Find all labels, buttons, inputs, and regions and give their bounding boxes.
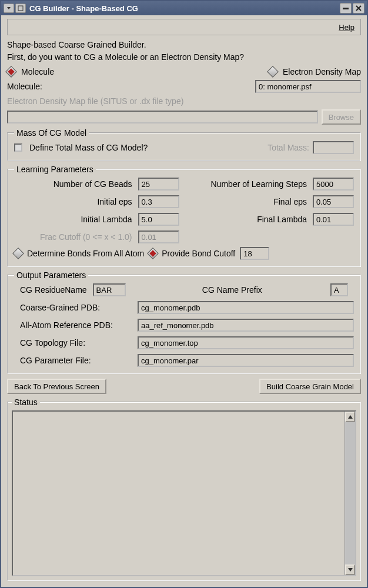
radio-edm-label: Electron Density Map: [283, 67, 361, 76]
num-beads-label: Number of CG Beads: [14, 179, 132, 189]
num-steps-input[interactable]: [313, 178, 354, 191]
browse-button: Browse: [322, 109, 361, 125]
minimize-button[interactable]: [340, 3, 352, 14]
edm-file-row: Browse: [7, 109, 361, 125]
bond-mode-row: Determine Bonds From All Atom Provide Bo…: [14, 247, 354, 260]
scroll-down-button[interactable]: [345, 564, 355, 575]
source-type-row: Molecule Electron Density Map: [7, 67, 361, 76]
client-area: Help Shape-based Coarse Grained Builder.…: [1, 15, 367, 587]
name-prefix-input[interactable]: [330, 283, 348, 296]
residue-name-label: CG ResidueName: [14, 285, 87, 295]
radio-bonds-cutoff[interactable]: [147, 248, 159, 259]
cg-pdb-input[interactable]: [138, 301, 354, 314]
radio-bonds-allatom-label: Determine Bonds From All Atom: [27, 249, 144, 258]
total-mass-label: Total Mass:: [267, 143, 309, 152]
molecule-row: Molecule:: [7, 80, 361, 93]
app-icon: [15, 4, 26, 13]
cg-par-input[interactable]: [138, 354, 354, 367]
mass-legend: Mass Of CG Model: [14, 128, 89, 138]
frac-cutoff-input: [138, 230, 179, 243]
initial-eps-label: Initial eps: [14, 197, 132, 206]
final-lambda-input[interactable]: [313, 213, 354, 226]
mass-fieldset: Mass Of CG Model Define Total Mass of CG…: [7, 128, 361, 161]
radio-edm[interactable]: [267, 66, 279, 78]
close-button[interactable]: [353, 3, 364, 14]
molecule-input[interactable]: [255, 80, 361, 93]
learning-fieldset: Learning Parameters Number of CG Beads N…: [7, 165, 361, 267]
molecule-label: Molecule:: [7, 82, 42, 91]
initial-eps-input[interactable]: [138, 195, 179, 208]
status-legend: Status: [12, 397, 40, 407]
radio-molecule-label: Molecule: [21, 67, 54, 76]
final-eps-label: Final eps: [185, 197, 307, 206]
scroll-track[interactable]: [345, 422, 355, 564]
window-title: CG Builder - Shape-Based CG: [29, 4, 138, 13]
cg-pdb-label: Coarse-Grained PDB:: [14, 303, 132, 312]
initial-lambda-input[interactable]: [138, 213, 179, 226]
radio-molecule[interactable]: [5, 66, 17, 78]
svg-rect-0: [18, 6, 23, 11]
edm-file-label: Electron Density Map file (SITUS or .dx …: [7, 96, 361, 106]
intro-line-1: Shape-based Coarse Grained Builder.: [7, 39, 361, 51]
intro-line-2: First, do you want to CG a Molecule or a…: [7, 51, 361, 64]
titlebar[interactable]: CG Builder - Shape-Based CG: [1, 1, 367, 15]
help-button[interactable]: Help: [336, 22, 357, 33]
name-prefix-label: CG Name Prefix: [134, 285, 324, 295]
aa-ref-label: All-Atom Reference PDB:: [14, 320, 132, 330]
back-button[interactable]: Back To Previous Screen: [7, 379, 106, 394]
edm-file-input: [7, 111, 318, 123]
output-fieldset: Output Parameters CG ResidueName CG Name…: [7, 270, 361, 374]
cg-par-label: CG Parameter File:: [14, 356, 132, 365]
residue-name-input[interactable]: [93, 283, 126, 296]
intro-text: Shape-based Coarse Grained Builder. Firs…: [7, 39, 361, 64]
cg-top-input[interactable]: [138, 336, 354, 349]
main-window: CG Builder - Shape-Based CG Help Shape-b…: [0, 0, 368, 588]
define-mass-label: Define Total Mass of CG Model?: [29, 143, 148, 152]
radio-bonds-cutoff-label: Provide Bond Cutoff: [162, 249, 235, 258]
learning-legend: Learning Parameters: [14, 165, 96, 174]
frac-cutoff-label: Frac Cutoff (0 <= x < 1.0): [14, 232, 132, 242]
aa-ref-input[interactable]: [138, 319, 354, 332]
num-beads-input[interactable]: [138, 178, 179, 191]
status-area: [12, 410, 356, 576]
svg-rect-1: [343, 8, 349, 9]
initial-lambda-label: Initial Lambda: [14, 215, 132, 224]
window-menu-icon[interactable]: [4, 4, 14, 13]
final-lambda-label: Final Lambda: [185, 215, 307, 224]
status-scrollbar[interactable]: [344, 412, 355, 575]
status-text[interactable]: [13, 412, 344, 575]
radio-bonds-allatom[interactable]: [12, 248, 24, 259]
scroll-up-button[interactable]: [345, 412, 355, 422]
bond-cutoff-input[interactable]: [240, 247, 269, 260]
cg-top-label: CG Topology File:: [14, 338, 132, 348]
final-eps-input[interactable]: [313, 195, 354, 208]
num-steps-label: Number of Learning Steps: [185, 179, 307, 189]
build-button[interactable]: Build Coarse Grain Model: [259, 379, 361, 394]
action-row: Back To Previous Screen Build Coarse Gra…: [7, 379, 361, 394]
total-mass-input: [313, 141, 354, 154]
status-fieldset: Status: [7, 397, 361, 581]
define-mass-checkbox[interactable]: [14, 143, 22, 152]
output-legend: Output Parameters: [14, 270, 88, 280]
toolbar: Help: [7, 19, 361, 35]
